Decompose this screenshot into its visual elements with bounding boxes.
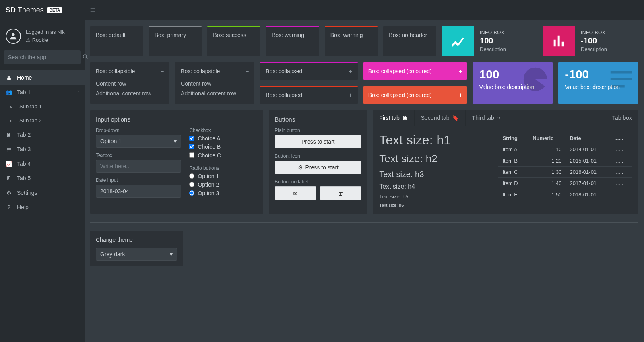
trash-button[interactable]: 🗑 <box>320 186 361 200</box>
box-title: Box: collapsed (coloured) <box>368 92 432 98</box>
box-no-header: Box: no header <box>383 26 436 56</box>
users-icon: 👥 <box>6 89 12 95</box>
box-title: Box: collapsed (coloured) <box>368 68 432 74</box>
nav-tab4[interactable]: 📈Tab 4 <box>0 157 85 171</box>
box-change-theme: Change theme Grey dark▾ <box>90 231 183 266</box>
nav-tab3[interactable]: ▤Tab 3 <box>0 142 85 157</box>
user-icon <box>9 32 18 41</box>
content-row: Additional content row <box>181 89 249 99</box>
box-collapsed-1: Box: collapsed+ <box>260 62 358 80</box>
bookmark-icon: 🔖 <box>452 115 459 121</box>
tab-box-title: Tab box <box>606 110 638 126</box>
radio-1[interactable] <box>189 173 194 179</box>
tab-third[interactable]: Third tab○ <box>466 110 507 126</box>
tab-box: First tab🗎 Second tab🔖 Third tab○ Tab bo… <box>373 110 638 214</box>
bar-chart-icon <box>543 26 575 56</box>
calendar-icon: 🗓 <box>6 175 12 181</box>
nav-tab1[interactable]: 👥Tab 1‹ <box>0 85 85 99</box>
checkbox-b[interactable] <box>189 144 194 149</box>
sidebar-toggle[interactable] <box>85 0 101 20</box>
chevron-left-icon: ‹ <box>78 90 79 95</box>
checkbox-label: Choice A <box>198 135 220 142</box>
chart-line-icon: 📈 <box>6 161 12 167</box>
radio-2[interactable] <box>189 182 194 187</box>
plus-icon[interactable]: + <box>459 92 462 98</box>
nav-sub2[interactable]: »Sub tab 2 <box>0 113 85 128</box>
box-input-options: Input options Drop-down Option 1▾ Textbo… <box>90 110 263 214</box>
nav: ▦Home 👥Tab 1‹ »Sub tab 1 »Sub tab 2 🗎Tab… <box>0 70 85 214</box>
theme-dropdown[interactable]: Grey dark▾ <box>96 248 177 261</box>
infobox-value: -100 <box>581 36 607 45</box>
dropdown[interactable]: Option 1▾ <box>96 135 181 148</box>
content-row: Content row <box>96 79 164 89</box>
plus-icon[interactable]: + <box>459 68 462 74</box>
brand-bold: SD <box>6 6 16 14</box>
col-date: Date <box>566 133 611 144</box>
box-title: Box: warning <box>266 27 319 43</box>
infobox-value: 100 <box>480 36 506 45</box>
nolabel-button-label: Button: no label <box>275 179 361 185</box>
divider <box>90 222 638 223</box>
beta-badge: BETA <box>47 7 62 13</box>
box-buttons: Buttons Plain button Press to start Butt… <box>269 110 367 214</box>
user-info: Logged in as Nik ⚠ Rookie <box>26 28 65 44</box>
window-icon: ▤ <box>6 146 12 152</box>
table-row: Item E1.502018-01-01...... <box>498 189 632 200</box>
tab-first[interactable]: First tab🗎 <box>373 110 415 126</box>
envelope-button[interactable]: ✉ <box>275 186 316 200</box>
radio-3[interactable] <box>189 190 194 196</box>
plus-icon[interactable]: + <box>349 68 352 74</box>
date-input[interactable] <box>96 185 181 198</box>
brand-logo: SD Themes BETA <box>0 0 85 20</box>
infobox-title: INFO BOX <box>581 30 607 35</box>
trash-icon: 🗑 <box>338 190 343 196</box>
box-warning: Box: warning <box>266 26 319 56</box>
plain-button[interactable]: Press to start <box>275 135 361 148</box>
infobox-title: INFO BOX <box>480 30 506 35</box>
heading-h3: Text size: h3 <box>379 170 490 179</box>
envelope-icon: ✉ <box>293 190 298 196</box>
checkbox-c[interactable] <box>189 152 194 158</box>
nav-home[interactable]: ▦Home <box>0 70 85 85</box>
heading-h4: Text size: h4 <box>379 183 490 190</box>
plus-icon[interactable]: + <box>349 92 352 98</box>
chart-line-icon <box>442 26 474 56</box>
minus-icon[interactable]: − <box>161 68 164 74</box>
search-input[interactable] <box>4 54 83 60</box>
textbox-input[interactable] <box>96 160 181 173</box>
pie-chart-icon <box>521 65 549 93</box>
heading-h5: Text size: h5 <box>379 194 490 200</box>
minus-icon[interactable]: − <box>246 68 249 74</box>
checkbox-group-label: Checkbox <box>189 128 258 133</box>
user-panel: Logged in as Nik ⚠ Rookie <box>0 25 85 50</box>
list-icon <box>607 65 635 93</box>
help-icon: ? <box>6 204 12 210</box>
tab-second[interactable]: Second tab🔖 <box>415 110 466 126</box>
content-row: Additional content row <box>96 89 164 99</box>
theme-label: Change theme <box>90 232 183 248</box>
heading-h2: Text size: h2 <box>379 152 490 165</box>
checkbox-label: Choice B <box>198 144 221 150</box>
file-icon: 🗎 <box>6 132 12 138</box>
hamburger-icon <box>90 7 95 13</box>
box-collapsed-coloured-2: Box: collapsed (coloured)+ <box>363 86 467 104</box>
box-collapsible-2: Box: collapsible− Content row Additional… <box>175 62 254 104</box>
plain-button-label: Plain button <box>275 128 361 133</box>
box-primary: Box: primary <box>149 26 202 56</box>
icon-button[interactable]: ⚙Press to start <box>275 161 361 174</box>
table-row: Item D1.402017-01-01...... <box>498 177 632 189</box>
search-box[interactable] <box>4 50 80 64</box>
infobox-desc: Description <box>581 46 607 52</box>
nav-tab2[interactable]: 🗎Tab 2 <box>0 128 85 142</box>
date-label: Date input <box>96 177 181 183</box>
checkbox-a[interactable] <box>189 136 194 141</box>
grid-icon: ▦ <box>6 74 12 81</box>
caret-down-icon: ▾ <box>174 138 177 144</box>
nav-sub1[interactable]: »Sub tab 1 <box>0 99 85 113</box>
nav-settings[interactable]: ⚙Settings <box>0 185 85 200</box>
nav-tab5[interactable]: 🗓Tab 5 <box>0 171 85 185</box>
gear-icon: ⚙ <box>6 190 12 196</box>
nav-help[interactable]: ?Help <box>0 200 85 214</box>
tab-header: First tab🗎 Second tab🔖 Third tab○ Tab bo… <box>373 110 638 126</box>
content-row: Content row <box>181 79 249 89</box>
